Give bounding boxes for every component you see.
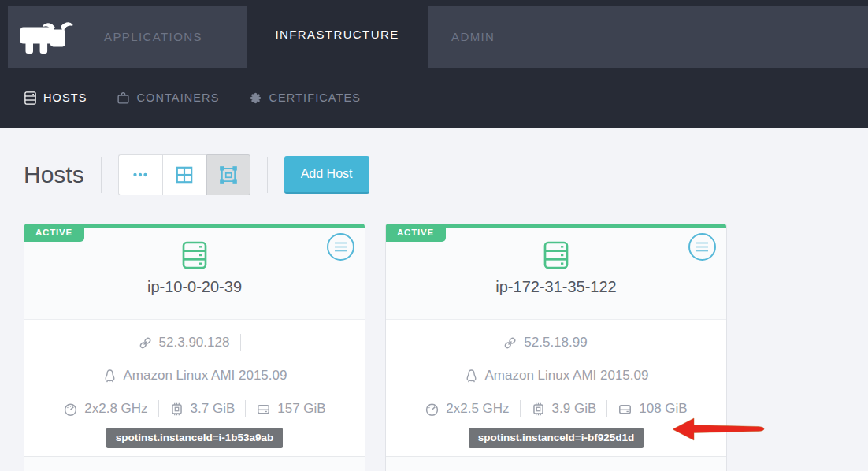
host-card: ACTIVE ip-10-0-20-39 52.3.90.128 Amazon … [24,224,365,471]
status-badge: ACTIVE [386,224,446,242]
card-details: 52.3.90.128 Amazon Linux AMI 2015.09 2x2… [24,320,365,456]
containers-icon [117,91,130,105]
card-menu-icon[interactable] [326,232,355,261]
host-ip: 52.3.90.128 [159,335,230,350]
host-name[interactable]: ip-172-31-35-122 [386,278,726,296]
status-badge: ACTIVE [24,224,84,242]
subnav-containers-label: CONTAINERS [136,91,219,104]
sub-nav: HOSTS CONTAINERS CERTIFICATES [0,68,868,128]
link-icon [503,336,517,350]
meta-divider [606,400,607,417]
view-mode-group [118,154,250,195]
subnav-hosts-label: HOSTS [43,91,87,104]
toolbar-divider [267,157,268,193]
host-cpu: 2x2.8 GHz [84,401,147,417]
subnav-item-containers[interactable]: CONTAINERS [117,91,219,105]
host-os: Amazon Linux AMI 2015.09 [485,368,649,384]
list-view-icon [130,165,150,185]
link-icon [138,336,153,350]
card-header: ip-10-0-20-39 [24,228,365,320]
host-ip-row: 52.3.90.128 [24,326,365,359]
card-footer-cutoff [24,456,365,471]
rancher-cow-logo [17,17,80,57]
tab-infrastructure-label: INFRASTRUCTURE [275,28,399,41]
card-footer-cutoff [386,456,726,471]
host-label-badge: spotinst.instanceId=i-1b53a9ab [106,428,284,448]
linux-penguin-icon [464,369,479,384]
certificates-icon [249,91,262,105]
card-menu-icon[interactable] [688,232,717,261]
host-name[interactable]: ip-10-0-20-39 [24,278,365,296]
host-specs-row: 2x2.8 GHz 3.7 GiB 157 GiB [24,392,365,425]
hosts-icon [24,91,37,105]
top-nav-left-block: APPLICATIONS [8,6,247,68]
linux-penguin-icon [102,369,117,384]
grid-view-icon [174,165,195,185]
host-os-row: Amazon Linux AMI 2015.09 [386,359,726,392]
host-label-badge: spotinst.instanceId=i-bf925d1d [469,428,644,448]
memory-icon [531,402,546,417]
top-nav: APPLICATIONS ADMIN INFRASTRUCTURE [0,0,868,68]
host-icon [543,241,569,269]
cpu-gauge-icon [425,402,440,417]
toolbar-divider [101,157,102,193]
card-header: ip-172-31-35-122 [386,228,726,320]
tab-admin[interactable]: ADMIN [451,30,495,43]
tab-infrastructure[interactable]: INFRASTRUCTURE [247,0,428,68]
host-storage: 157 GiB [277,401,325,417]
host-memory: 3.7 GiB [191,401,236,417]
topology-view-icon [218,165,239,185]
host-icon [182,241,207,269]
host-storage: 108 GiB [639,401,687,417]
host-cpu: 2x2.5 GHz [446,401,509,417]
header: APPLICATIONS ADMIN INFRASTRUCTURE HOSTS … [0,0,868,128]
host-ip: 52.5.18.99 [524,335,587,350]
topology-view-button[interactable] [206,154,250,195]
meta-divider [245,400,246,417]
add-host-button[interactable]: Add Host [284,156,369,194]
meta-divider [520,400,521,417]
meta-divider [158,400,159,417]
page-title: Hosts [24,161,84,188]
hosts-toolbar: Hosts Add Host [0,154,868,195]
subnav-item-hosts[interactable]: HOSTS [24,91,87,105]
memory-icon [169,402,184,417]
meta-divider [240,334,241,351]
host-os-row: Amazon Linux AMI 2015.09 [24,359,365,392]
subnav-certificates-label: CERTIFICATES [269,91,361,104]
storage-disk-icon [256,402,271,417]
storage-disk-icon [618,402,632,417]
annotation-arrow-icon [670,416,766,443]
rancher-hosts-page: { "nav": { "tabs": [ { "label": "APPLICA… [0,0,868,471]
subnav-item-certificates[interactable]: CERTIFICATES [249,91,361,105]
tab-applications[interactable]: APPLICATIONS [104,30,202,43]
meta-divider [599,334,599,351]
cpu-gauge-icon [63,402,78,417]
host-os: Amazon Linux AMI 2015.09 [124,368,287,384]
grid-view-button[interactable] [162,154,206,195]
list-view-button[interactable] [118,154,162,195]
host-ip-row: 52.5.18.99 [386,326,726,359]
host-memory: 3.9 GiB [552,401,597,417]
top-nav-right-block: ADMIN [428,6,868,68]
